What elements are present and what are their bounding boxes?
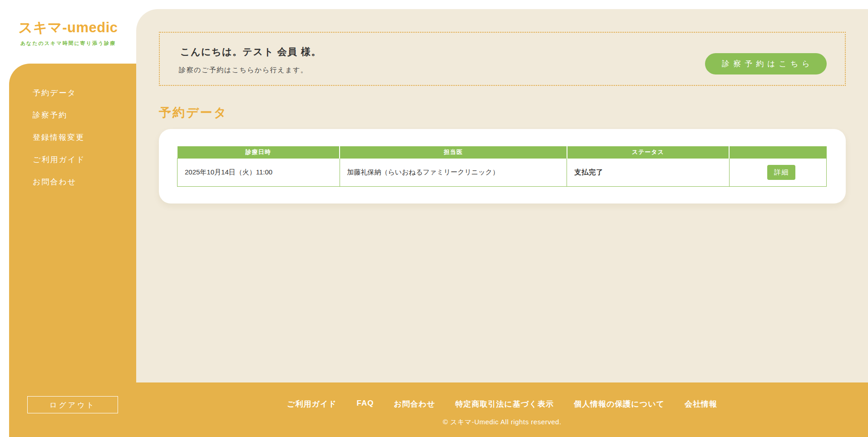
brand-logo[interactable]: スキマ-umedic: [0, 18, 136, 37]
table-row: 2025年10月14日（火）11:00 加藤礼保納（らいおねるファミリークリニッ…: [178, 158, 827, 186]
sidebar-item-booking-data[interactable]: 予約データ: [33, 88, 128, 98]
table-header-row: 診療日時 担当医 ステータス: [178, 146, 827, 158]
cell-status: 支払完了: [567, 158, 730, 186]
sidebar-item-edit-registration[interactable]: 登録情報変更: [33, 132, 128, 143]
footer-link-company[interactable]: 会社情報: [685, 399, 717, 409]
cell-doctor: 加藤礼保納（らいおねるファミリークリニック）: [340, 158, 567, 186]
greeting-subtitle: 診察のご予約はこちらから行えます。: [179, 66, 308, 74]
footer-link-privacy[interactable]: 個人情報の保護について: [574, 399, 665, 409]
cell-action: 詳細: [729, 158, 827, 186]
page-title: 予約データ: [159, 104, 227, 121]
sidebar-item-contact[interactable]: お問合わせ: [33, 177, 128, 187]
booking-card: 診療日時 担当医 ステータス 2025年10月14日（火）11:00 加藤礼保納…: [159, 129, 846, 204]
header-status: ステータス: [567, 146, 730, 158]
footer-link-contact[interactable]: お問合わせ: [394, 399, 435, 409]
page: スキマ-umedic あなたのスキマ時間に寄り添う診療 予約データ 診察予約 登…: [0, 0, 868, 437]
booking-table: 診療日時 担当医 ステータス 2025年10月14日（火）11:00 加藤礼保納…: [177, 146, 827, 187]
greeting-title: こんにちは。テスト 会員 様。: [180, 45, 321, 58]
sidebar-nav: 予約データ 診察予約 登録情報変更 ご利用ガイド お問合わせ: [33, 88, 128, 199]
header-action: [729, 146, 827, 158]
footer-link-faq[interactable]: FAQ: [357, 399, 374, 409]
footer-nav: ご利用ガイド FAQ お問合わせ 特定商取引法に基づく表示 個人情報の保護につい…: [136, 399, 868, 409]
brand-tagline: あなたのスキマ時間に寄り添う診療: [0, 40, 136, 47]
detail-button[interactable]: 詳細: [767, 165, 795, 180]
sidebar-item-user-guide[interactable]: ご利用ガイド: [33, 154, 128, 165]
sidebar-item-consultation-booking[interactable]: 診察予約: [33, 110, 128, 120]
copyright-text: © スキマ-Umedic All rights reserved.: [136, 418, 868, 427]
greeting-box: こんにちは。テスト 会員 様。 診察のご予約はこちらから行えます。 診察予約はこ…: [159, 32, 846, 86]
footer-link-user-guide[interactable]: ご利用ガイド: [287, 399, 337, 409]
logo-block: スキマ-umedic あなたのスキマ時間に寄り添う診療: [0, 0, 136, 64]
footer-link-commerce-law[interactable]: 特定商取引法に基づく表示: [455, 399, 554, 409]
header-datetime: 診療日時: [178, 146, 340, 158]
header-doctor: 担当医: [340, 146, 567, 158]
logout-button[interactable]: ログアウト: [27, 396, 118, 413]
booking-cta-button[interactable]: 診察予約はこちら: [705, 53, 827, 74]
cell-datetime: 2025年10月14日（火）11:00: [178, 158, 340, 186]
